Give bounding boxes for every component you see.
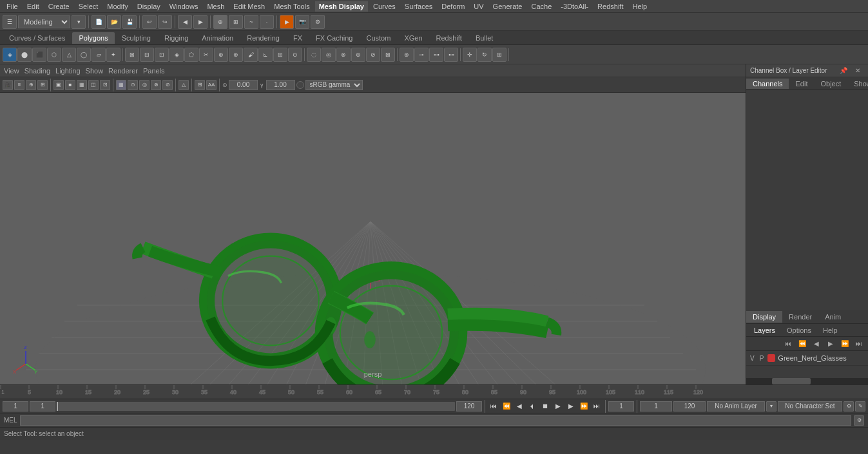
vp-cam-btn[interactable]: 🎥 xyxy=(3,80,13,90)
mel-input[interactable] xyxy=(20,415,851,426)
paint-select-btn[interactable]: ⊶ xyxy=(429,48,443,62)
menu-mesh-display[interactable]: Mesh Display xyxy=(315,1,368,12)
special-btn[interactable]: ✦ xyxy=(106,48,121,62)
tab-rendering[interactable]: Rendering xyxy=(240,32,286,44)
vp-solid-btn[interactable]: ■ xyxy=(65,80,75,90)
menu-display[interactable]: Display xyxy=(133,1,164,12)
lighting-menu[interactable]: Lighting xyxy=(55,67,81,75)
vp-iso-btn[interactable]: △ xyxy=(178,80,189,90)
snap-point-btn[interactable]: · xyxy=(260,15,274,29)
tab-fx[interactable]: FX xyxy=(287,32,309,44)
timeline-ruler[interactable]: 1 5 10 15 20 25 30 35 40 45 50 55 60 65 … xyxy=(0,385,868,399)
menu-create[interactable]: Create xyxy=(44,1,73,12)
menu-windows[interactable]: Windows xyxy=(166,1,202,12)
playback-range-bar[interactable] xyxy=(57,402,455,411)
layer-nav-next[interactable]: ▶ xyxy=(824,337,837,350)
tab-custom[interactable]: Custom xyxy=(360,32,398,44)
rotate-btn[interactable]: ↻ xyxy=(477,48,492,62)
menu-edit-mesh[interactable]: Edit Mesh xyxy=(229,1,269,12)
workspace-select[interactable]: Modeling Rigging Animation Rendering xyxy=(18,15,70,28)
vp-aa-btn[interactable]: AA xyxy=(206,80,217,90)
next-key-btn[interactable]: ▶ xyxy=(193,15,207,29)
vp-attr-btn[interactable]: ⊞ xyxy=(37,80,48,90)
menu-deform[interactable]: Deform xyxy=(438,1,468,12)
snap-curve-btn[interactable]: ~ xyxy=(244,15,258,29)
menu-3dtoall[interactable]: -3DtoAll- xyxy=(557,1,592,12)
tab-layers[interactable]: Layers xyxy=(749,325,780,336)
ipr-btn[interactable]: 📷 xyxy=(295,15,309,29)
scale-btn[interactable]: ⊞ xyxy=(492,48,506,62)
torus-btn[interactable]: ◯ xyxy=(77,48,91,62)
vp-toggle4-btn[interactable]: ⊘ xyxy=(162,80,173,90)
shading-menu[interactable]: Shading xyxy=(24,67,50,75)
layer-nav-last[interactable]: ⏭ xyxy=(853,337,865,350)
view-menu[interactable]: View xyxy=(4,67,19,75)
save-scene-btn[interactable]: 💾 xyxy=(122,15,137,29)
separate-btn[interactable]: ⊘ xyxy=(366,48,380,62)
vp-wireframe-btn[interactable]: ▣ xyxy=(53,80,64,90)
goto-start-btn[interactable]: ⏮ xyxy=(488,401,499,412)
menu-curves[interactable]: Curves xyxy=(369,1,400,12)
cube-btn[interactable]: ⬛ xyxy=(32,48,46,62)
vp-toggle3-btn[interactable]: ⊗ xyxy=(151,80,161,90)
layer-v-btn[interactable]: V xyxy=(749,355,756,362)
plane-btn[interactable]: ▱ xyxy=(92,48,106,62)
menu-file[interactable]: File xyxy=(3,1,22,12)
next-frame-btn[interactable]: ▶ xyxy=(565,401,577,412)
mel-settings-btn[interactable]: ⚙ xyxy=(854,415,864,426)
select-btn2[interactable]: ⊛ xyxy=(400,48,414,62)
right-panel-scroll[interactable] xyxy=(746,365,868,384)
menu-mesh-tools[interactable]: Mesh Tools xyxy=(270,1,313,12)
menu-surfaces[interactable]: Surfaces xyxy=(401,1,436,12)
render-btn[interactable]: ▶ xyxy=(280,15,294,29)
move-btn[interactable]: ✛ xyxy=(463,48,477,62)
menu-cache[interactable]: Cache xyxy=(527,1,555,12)
bridge-btn[interactable]: ⊟ xyxy=(140,48,154,62)
stop-btn[interactable]: ⏹ xyxy=(539,401,551,412)
layer-nav-next-next[interactable]: ⏩ xyxy=(838,337,851,350)
play-back-btn[interactable]: ⏴ xyxy=(526,401,538,412)
tab-polygons[interactable]: Polygons xyxy=(72,32,114,44)
color-space-icon[interactable] xyxy=(296,81,304,89)
tab-curves-surfaces[interactable]: Curves / Surfaces xyxy=(3,32,72,44)
tab-fx-caching[interactable]: FX Caching xyxy=(309,32,359,44)
cone-btn[interactable]: △ xyxy=(62,48,76,62)
soft-select-btn[interactable]: ⊙ xyxy=(288,48,302,62)
vp-list-btn[interactable]: ≡ xyxy=(14,80,24,90)
mirror-btn[interactable]: ⊠ xyxy=(381,48,395,62)
vp-grid-btn[interactable]: ▦ xyxy=(116,80,126,90)
vp-light-btn[interactable]: ◫ xyxy=(88,80,99,90)
menu-edit[interactable]: Edit xyxy=(23,1,43,12)
step-back-btn[interactable]: ⏪ xyxy=(501,401,512,412)
target-weld-btn[interactable]: ⊛ xyxy=(229,48,243,62)
vp-texture-btn[interactable]: ▦ xyxy=(77,80,87,90)
tab-rigging[interactable]: Rigging xyxy=(158,32,195,44)
layer-nav-first[interactable]: ⏮ xyxy=(782,337,795,350)
select-tool-btn[interactable]: ⊕ xyxy=(213,15,227,29)
gamma-input[interactable]: 1.00 xyxy=(266,80,295,90)
workspace-dropdown-btn[interactable]: ▾ xyxy=(72,15,86,29)
tab-redshift[interactable]: Redshift xyxy=(430,32,468,44)
tab-object[interactable]: Object xyxy=(814,79,847,89)
menu-select[interactable]: Select xyxy=(75,1,102,12)
layer-nav-prev-prev[interactable]: ⏪ xyxy=(796,337,809,350)
tab-sculpting[interactable]: Sculpting xyxy=(115,32,157,44)
menu-uv[interactable]: UV xyxy=(470,1,487,12)
tab-animation[interactable]: Animation xyxy=(195,32,240,44)
multi-cut-btn[interactable]: ✂ xyxy=(199,48,213,62)
end-frame-input[interactable] xyxy=(456,401,482,411)
vp-toggle1-btn[interactable]: ⊙ xyxy=(128,80,138,90)
exposure-input[interactable]: 0.00 xyxy=(229,80,258,90)
paint-btn[interactable]: 🖌 xyxy=(244,48,258,62)
smooth-btn[interactable]: ◌ xyxy=(307,48,321,62)
menu-help[interactable]: Help xyxy=(628,1,651,12)
redo-btn[interactable]: ↪ xyxy=(158,15,172,29)
menu-generate[interactable]: Generate xyxy=(489,1,526,12)
combine-btn[interactable]: ⊕ xyxy=(351,48,365,62)
start-frame-input[interactable]: 1 xyxy=(3,401,28,411)
wedge-btn[interactable]: ⬠ xyxy=(184,48,198,62)
lattice-btn[interactable]: ⊞ xyxy=(273,48,287,62)
scroll-bar-horizontal[interactable] xyxy=(746,378,868,384)
select-all-btn[interactable]: ◈ xyxy=(3,48,17,62)
char-set-btn1[interactable]: ⚙ xyxy=(844,401,854,411)
